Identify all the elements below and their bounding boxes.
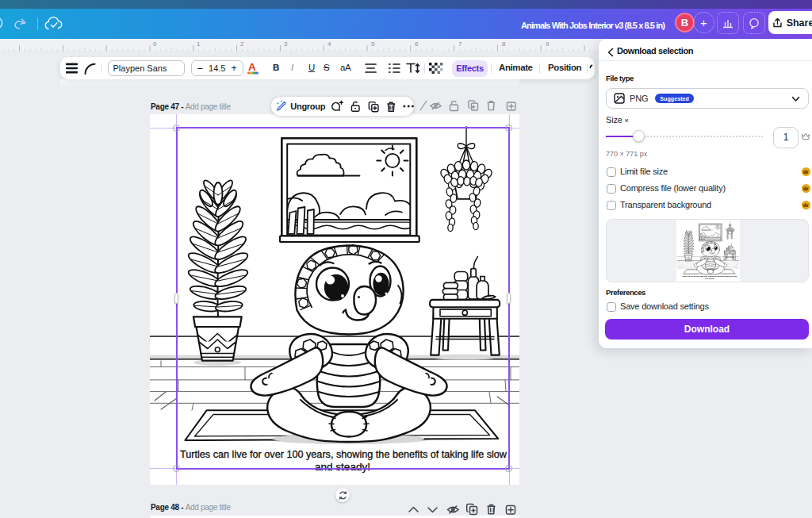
svg-text:A: A	[248, 61, 256, 73]
